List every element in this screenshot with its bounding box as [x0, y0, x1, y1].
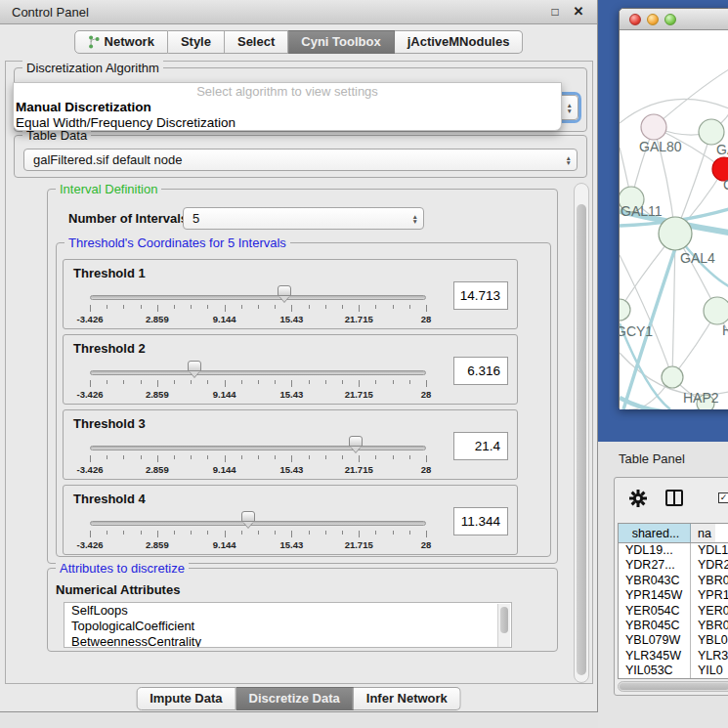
slider-tick	[123, 455, 124, 459]
slider-track[interactable]	[90, 446, 426, 450]
slider-tick	[393, 455, 394, 459]
network-node[interactable]	[659, 217, 692, 250]
table-row[interactable]: YDL19...YDL1	[619, 543, 728, 558]
attribute-list-item[interactable]: SelfLoops	[64, 603, 511, 619]
table-cell[interactable]: YER0	[691, 604, 728, 619]
table-data-group: Table Data galFiltered.sif default node …	[14, 135, 587, 178]
slider-tick-label: 21.715	[345, 539, 373, 550]
scrollbar-thumb[interactable]	[577, 204, 586, 675]
slider-tick	[258, 455, 259, 459]
table-panel: Table Panel ✓	[598, 442, 728, 728]
table-cell[interactable]: YLR345W	[619, 649, 691, 664]
float-window-icon[interactable]: □	[547, 4, 563, 20]
slider-tick	[275, 380, 276, 384]
list-vertical-scrollbar[interactable]	[497, 604, 510, 647]
dropdown-prompt: Select algorithm to view settings	[14, 83, 561, 100]
network-window-titlebar[interactable]	[620, 9, 728, 30]
column-header-name[interactable]: na	[691, 524, 715, 542]
table-row[interactable]: YBR045CYBR0	[619, 619, 728, 633]
scrollbar-thumb[interactable]	[620, 683, 728, 690]
slider-thumb[interactable]	[241, 511, 255, 522]
numerical-attributes-list[interactable]: SelfLoopsTopologicalCoefficientBetweenne…	[64, 602, 512, 648]
table-cell[interactable]: YBR0	[691, 574, 728, 588]
table-cell[interactable]: YPR1	[691, 588, 728, 603]
network-node-label: GCY1	[620, 323, 653, 339]
table-data-combobox[interactable]: galFiltered.sif default node ▲▼	[23, 149, 578, 171]
tab-cyni-toolbox[interactable]: Cyni Toolbox	[288, 30, 394, 54]
tab-network[interactable]: Network	[74, 30, 168, 54]
table-horizontal-scrollbar[interactable]	[618, 681, 728, 692]
table-cell[interactable]: YBL0	[691, 633, 728, 648]
slider-tick	[291, 380, 292, 387]
slider-tick-label: 2.859	[146, 539, 169, 550]
tab-infer-network[interactable]: Infer Network	[354, 687, 461, 710]
zoom-traffic-light-icon[interactable]	[664, 14, 676, 25]
slider-track[interactable]	[90, 295, 426, 300]
table-cell[interactable]: YBR043C	[619, 574, 691, 588]
table-row[interactable]: YER054CYER0	[619, 604, 728, 619]
threshold-value-field[interactable]: 21.4	[453, 432, 508, 460]
slider-track[interactable]	[90, 521, 426, 526]
dropdown-option-manual-discretization[interactable]: Manual Discretization	[14, 100, 561, 115]
slider-tick	[309, 531, 310, 535]
checkbox-icon[interactable]: ✓	[718, 492, 728, 503]
attribute-list-item[interactable]: BetweennessCentrality	[64, 634, 511, 648]
threshold-value-field[interactable]: 6.316	[453, 357, 508, 385]
table-cell[interactable]: YBR045C	[619, 619, 691, 633]
num-intervals-combobox[interactable]: 5 ▲▼	[183, 207, 424, 230]
table-cell[interactable]: YBR0	[691, 619, 728, 633]
slider-tick	[325, 305, 326, 309]
table-cell[interactable]: YIL053C	[619, 664, 691, 678]
slider-tick	[393, 305, 394, 309]
close-window-icon[interactable]: ✕	[571, 4, 586, 20]
tab-select[interactable]: Select	[225, 30, 288, 54]
network-edge[interactable]	[654, 69, 728, 127]
slider-tick	[225, 305, 226, 312]
table-row[interactable]: YPR145WYPR1	[619, 588, 728, 603]
table-row[interactable]: YDR27...YDR2	[619, 558, 728, 573]
table-cell[interactable]: YIL0	[691, 664, 727, 678]
table-cell[interactable]: YLR3	[691, 649, 728, 664]
main-vertical-scrollbar[interactable]	[574, 183, 589, 683]
attribute-list-item[interactable]: TopologicalCoefficient	[64, 619, 511, 634]
network-canvas[interactable]: GAL80GACGAL11GAL4GCY1HHAP2	[620, 30, 728, 409]
dropdown-option-equal-width-frequency[interactable]: Equal Width/Frequency Discretization	[14, 115, 561, 131]
tab-discretize-data[interactable]: Discretize Data	[236, 687, 354, 710]
network-node[interactable]	[704, 297, 728, 324]
network-node[interactable]	[641, 114, 666, 140]
table-cell[interactable]: YDL19...	[619, 543, 691, 558]
table-row[interactable]: YIL053CYIL0	[619, 664, 728, 678]
tab-style[interactable]: Style	[168, 30, 225, 54]
split-columns-icon[interactable]	[665, 490, 683, 506]
table-row[interactable]: YBL079WYBL0	[619, 633, 728, 648]
scrollbar-thumb[interactable]	[500, 607, 508, 633]
table-cell[interactable]: YDR27...	[619, 558, 691, 573]
threshold-value-field[interactable]: 11.344	[453, 507, 508, 535]
table-cell[interactable]: YBL079W	[619, 633, 691, 648]
slider-tick	[275, 455, 276, 459]
network-node[interactable]	[662, 366, 683, 388]
slider-thumb[interactable]	[349, 436, 363, 447]
tab-jactivemnodules[interactable]: jActiveMNodules	[395, 30, 524, 54]
slider-tick	[291, 305, 292, 312]
slider-thumb[interactable]	[278, 285, 291, 296]
table-cell[interactable]: YPR145W	[619, 588, 691, 603]
table-row[interactable]: YBR043CYBR0	[619, 574, 728, 588]
slider-thumb[interactable]	[188, 361, 201, 371]
threshold-value-field[interactable]: 14.713	[453, 281, 508, 310]
close-traffic-light-icon[interactable]	[629, 14, 641, 25]
table-cell[interactable]: YER054C	[619, 604, 691, 619]
column-header-shared-name[interactable]: shared...	[619, 524, 691, 542]
tab-impute-data[interactable]: Impute Data	[136, 687, 236, 710]
minimize-traffic-light-icon[interactable]	[647, 14, 659, 25]
network-node[interactable]	[620, 299, 630, 321]
slider-tick-label: 9.144	[213, 464, 236, 475]
gear-icon[interactable]	[628, 489, 648, 508]
table-cell[interactable]: YDR2	[691, 558, 728, 573]
table-row[interactable]: YLR345WYLR3	[619, 649, 728, 664]
slider-tick	[123, 305, 124, 309]
table-cell[interactable]: YDL1	[691, 543, 728, 558]
slider-track[interactable]	[90, 370, 426, 375]
slider-tick	[309, 380, 310, 384]
control-panel-titlebar[interactable]: Control Panel □ ✕	[0, 0, 597, 24]
